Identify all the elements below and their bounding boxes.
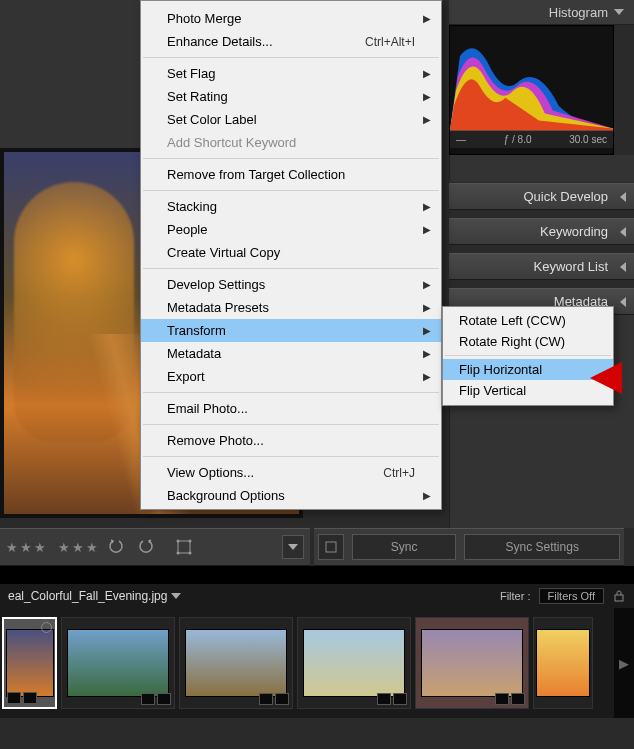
transform-submenu: Rotate Left (CCW) Rotate Right (CW) Flip… (442, 306, 614, 406)
separator-bar (0, 566, 634, 584)
menu-create-virtual-copy[interactable]: Create Virtual Copy (141, 241, 441, 264)
menu-set-color-label[interactable]: Set Color Label ▶ (141, 108, 441, 131)
sync-toolbar: Sync Sync Settings (314, 528, 624, 566)
menu-label: Develop Settings (167, 277, 265, 292)
menu-view-options[interactable]: View Options... Ctrl+J (141, 461, 441, 484)
menu-metadata[interactable]: Metadata ▶ (141, 342, 441, 365)
badge-icon (7, 692, 21, 704)
chevron-right-icon: ▶ (619, 656, 629, 671)
svg-rect-1 (178, 541, 190, 553)
lock-icon[interactable] (612, 589, 626, 603)
menu-set-flag[interactable]: Set Flag ▶ (141, 62, 441, 85)
star-icon[interactable]: ★ (20, 540, 32, 555)
star-icon[interactable]: ★ (58, 540, 70, 555)
chevron-down-icon (288, 544, 298, 550)
svg-rect-7 (615, 595, 623, 601)
panel-keywording[interactable]: Keywording (449, 218, 634, 245)
submenu-arrow-icon: ▶ (423, 490, 431, 501)
menu-export[interactable]: Export ▶ (141, 365, 441, 388)
filename-dropdown-icon[interactable] (171, 593, 181, 599)
star-icon[interactable]: ★ (72, 540, 84, 555)
submenu-rotate-left[interactable]: Rotate Left (CCW) (443, 310, 613, 331)
submenu-arrow-icon: ▶ (423, 224, 431, 235)
badge-icon (511, 693, 525, 705)
menu-enhance-details[interactable]: Enhance Details... Ctrl+Alt+I (141, 30, 441, 53)
submenu-flip-horizontal[interactable]: Flip Horizontal (443, 359, 613, 380)
star-icon[interactable]: ★ (34, 540, 46, 555)
submenu-arrow-icon: ▶ (423, 302, 431, 313)
panel-label: Quick Develop (523, 189, 608, 204)
histogram-header[interactable]: Histogram (449, 0, 634, 25)
bottom-bar (0, 718, 634, 749)
chevron-down-icon (614, 9, 624, 15)
flag-circle-icon[interactable] (41, 622, 52, 633)
sync-button[interactable]: Sync (352, 534, 456, 560)
menu-label: View Options... (167, 465, 254, 480)
panel-keyword-list[interactable]: Keyword List (449, 253, 634, 280)
menu-stacking[interactable]: Stacking ▶ (141, 195, 441, 218)
menu-label: Export (167, 369, 205, 384)
thumbnail[interactable] (415, 617, 529, 709)
menu-photo-merge[interactable]: Photo Merge ▶ (141, 7, 441, 30)
rotate-cw-button[interactable] (134, 535, 158, 559)
menu-label: Remove from Target Collection (167, 167, 345, 182)
menu-label: Metadata Presets (167, 300, 269, 315)
thumbnail[interactable] (179, 617, 293, 709)
menu-label: Rotate Left (CCW) (459, 313, 566, 328)
menu-develop-settings[interactable]: Develop Settings ▶ (141, 273, 441, 296)
menu-set-rating[interactable]: Set Rating ▶ (141, 85, 441, 108)
submenu-arrow-icon: ▶ (423, 91, 431, 102)
filter-label: Filter : (500, 590, 531, 602)
filter-select[interactable]: Filters Off (539, 588, 604, 604)
rotate-ccw-button[interactable] (104, 535, 128, 559)
menu-separator (143, 57, 439, 58)
histogram-panel[interactable]: — ƒ / 8.0 30.0 sec (449, 25, 614, 155)
sync-toggle-button[interactable] (318, 534, 344, 560)
sync-settings-button[interactable]: Sync Settings (464, 534, 620, 560)
submenu-rotate-right[interactable]: Rotate Right (CW) (443, 331, 613, 352)
star-icon[interactable]: ★ (86, 540, 98, 555)
menu-label: Rotate Right (CW) (459, 334, 565, 349)
menu-label: Flip Horizontal (459, 362, 542, 377)
menu-separator (143, 268, 439, 269)
toolbar-dropdown[interactable] (282, 535, 304, 559)
menu-separator (143, 158, 439, 159)
thumbnail-image (6, 629, 54, 697)
menu-remove-photo[interactable]: Remove Photo... (141, 429, 441, 452)
rating-stars-2[interactable]: ★ ★ ★ (58, 540, 98, 555)
panel-label: Keyword List (534, 259, 608, 274)
thumbnail[interactable] (61, 617, 175, 709)
menu-separator (445, 355, 611, 356)
rating-stars[interactable]: ★ ★ ★ (6, 540, 46, 555)
menu-label: People (167, 222, 207, 237)
thumbnail-selected[interactable] (2, 617, 57, 709)
menu-email-photo[interactable]: Email Photo... (141, 397, 441, 420)
filmstrip-scroll-right[interactable]: ▶ (614, 608, 634, 718)
menu-transform[interactable]: Transform ▶ (141, 319, 441, 342)
thumbnail-image (185, 629, 287, 697)
menu-shortcut: Ctrl+J (383, 466, 415, 480)
menu-background-options[interactable]: Background Options ▶ (141, 484, 441, 507)
menu-people[interactable]: People ▶ (141, 218, 441, 241)
filmstrip[interactable] (0, 608, 634, 718)
menu-label: Metadata (167, 346, 221, 361)
sync-settings-label: Sync Settings (506, 540, 579, 554)
star-icon[interactable]: ★ (6, 540, 18, 555)
menu-separator (143, 456, 439, 457)
menu-separator (143, 424, 439, 425)
thumbnail[interactable] (297, 617, 411, 709)
menu-metadata-presets[interactable]: Metadata Presets ▶ (141, 296, 441, 319)
submenu-arrow-icon: ▶ (423, 325, 431, 336)
thumbnail-image (67, 629, 169, 697)
histogram-label: Histogram (549, 5, 608, 20)
svg-point-3 (189, 540, 192, 543)
chevron-left-icon (620, 297, 626, 307)
submenu-flip-vertical[interactable]: Flip Vertical (443, 380, 613, 401)
badge-icon (23, 692, 37, 704)
current-filename[interactable]: eal_Colorful_Fall_Evening.jpg (8, 589, 167, 603)
menu-remove-target[interactable]: Remove from Target Collection (141, 163, 441, 186)
panel-quick-develop[interactable]: Quick Develop (449, 183, 634, 210)
thumbnail[interactable] (533, 617, 593, 709)
crop-overlay-button[interactable] (172, 535, 196, 559)
menu-label: Set Rating (167, 89, 228, 104)
